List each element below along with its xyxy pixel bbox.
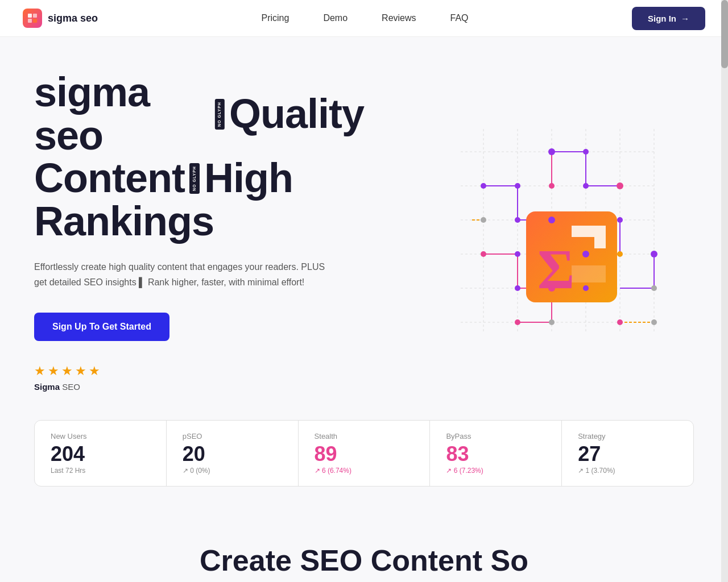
star-2: ★ — [48, 364, 59, 379]
stat-strategy-change: ↗ 1 (3.70%) — [578, 467, 677, 475]
navbar: sigma seo Pricing Demo Reviews FAQ Sign … — [0, 0, 728, 37]
svg-rect-3 — [33, 19, 37, 23]
svg-text:Σ: Σ — [537, 238, 574, 301]
stat-new-users-label: New Users — [51, 432, 150, 440]
stat-pseo: pSEO 20 ↗ 0 (0%) — [167, 421, 299, 486]
bottom-section: Create SEO Content So — [0, 509, 728, 582]
svg-point-36 — [651, 285, 657, 291]
bottom-title: Create SEO Content So — [34, 543, 694, 577]
svg-point-27 — [515, 285, 520, 291]
stat-bypass-label: ByPass — [446, 432, 545, 440]
svg-point-26 — [515, 251, 520, 257]
stat-new-users-value: 204 — [51, 443, 150, 465]
star-1: ★ — [34, 364, 46, 379]
svg-point-32 — [617, 251, 623, 257]
svg-point-25 — [481, 251, 486, 257]
logo-icon — [23, 9, 42, 28]
brand-rest: SEO — [60, 382, 80, 392]
signup-button[interactable]: Sign Up To Get Started — [34, 313, 169, 341]
stat-new-users: New Users 204 Last 72 Hrs — [35, 421, 167, 486]
stat-stealth-change: ↗ 6 (6.74%) — [315, 467, 414, 475]
stat-pseo-change: ↗ 0 (0%) — [183, 467, 282, 475]
svg-point-18 — [481, 183, 486, 189]
svg-rect-0 — [28, 14, 32, 18]
svg-point-30 — [583, 285, 589, 291]
hero-content: sigma seo NO GLYPH Quality Content NO GL… — [34, 71, 364, 392]
svg-point-29 — [549, 319, 555, 325]
hero-title-content: Content — [34, 157, 185, 200]
badge-no-glyph-1: NO GLYPH — [215, 99, 225, 130]
nav-links: Pricing Demo Reviews FAQ — [261, 13, 468, 23]
svg-point-31 — [582, 251, 589, 257]
svg-point-28 — [548, 285, 555, 292]
logo-text: sigma seo — [48, 13, 98, 24]
stat-stealth: Stealth 89 ↗ 6 (6.74%) — [299, 421, 431, 486]
nav-faq[interactable]: FAQ — [450, 13, 469, 23]
stars-row: ★ ★ ★ ★ ★ — [34, 364, 364, 379]
svg-point-20 — [515, 217, 520, 223]
svg-point-38 — [515, 319, 520, 325]
brand-label: Sigma SEO — [34, 382, 364, 392]
svg-point-22 — [583, 149, 589, 155]
svg-point-35 — [651, 251, 657, 257]
stat-pseo-value: 20 — [183, 443, 282, 465]
stat-bypass: ByPass 83 ↗ 6 (7.23%) — [430, 421, 562, 486]
signin-button[interactable]: Sign In → — [632, 7, 705, 30]
svg-point-23 — [583, 183, 589, 189]
stat-bypass-change: ↗ 6 (7.23%) — [446, 467, 545, 475]
hero-subtitle: Effortlessly create high quality content… — [34, 260, 330, 290]
nav-demo[interactable]: Demo — [323, 13, 348, 23]
hero-illustration: Σ — [438, 106, 677, 356]
star-4: ★ — [75, 364, 86, 379]
hero-title-rankings: Rankings — [34, 198, 214, 244]
hero-title-high: High — [204, 157, 293, 200]
stat-new-users-sublabel: Last 72 Hrs — [51, 467, 150, 475]
svg-point-19 — [515, 183, 520, 189]
star-3: ★ — [61, 364, 73, 379]
svg-point-24 — [617, 182, 623, 189]
svg-rect-2 — [28, 19, 32, 23]
hero-illustration-container: Σ — [421, 106, 694, 356]
svg-point-34 — [617, 319, 623, 325]
nav-pricing[interactable]: Pricing — [261, 13, 289, 23]
svg-point-40 — [549, 183, 555, 189]
stat-stealth-label: Stealth — [315, 432, 414, 440]
hero-title-line1: sigma seo — [34, 71, 210, 157]
badge-no-glyph-2: NO GLYPH — [189, 163, 200, 194]
stat-bypass-value: 83 — [446, 443, 545, 465]
svg-point-21 — [548, 148, 555, 155]
stat-strategy-value: 27 — [578, 443, 677, 465]
hero-section: sigma seo NO GLYPH Quality Content NO GL… — [0, 37, 728, 414]
scrollbar-thumb[interactable] — [721, 0, 728, 68]
svg-point-41 — [548, 217, 555, 223]
svg-point-33 — [617, 217, 623, 223]
nav-reviews[interactable]: Reviews — [382, 13, 416, 23]
stat-strategy: Strategy 27 ↗ 1 (3.70%) — [562, 421, 693, 486]
stats-bar: New Users 204 Last 72 Hrs pSEO 20 ↗ 0 (0… — [34, 420, 694, 487]
stat-pseo-label: pSEO — [183, 432, 282, 440]
svg-point-37 — [651, 319, 657, 325]
logo[interactable]: sigma seo — [23, 9, 98, 28]
svg-point-39 — [481, 217, 486, 223]
hero-title-quality: Quality — [229, 93, 364, 136]
brand-strong: Sigma — [34, 382, 60, 392]
scrollbar-track[interactable] — [721, 0, 728, 582]
hero-title: sigma seo NO GLYPH Quality Content NO GL… — [34, 71, 364, 243]
stat-strategy-label: Strategy — [578, 432, 677, 440]
stat-stealth-value: 89 — [315, 443, 414, 465]
star-5: ★ — [89, 364, 100, 379]
svg-rect-1 — [33, 14, 37, 18]
